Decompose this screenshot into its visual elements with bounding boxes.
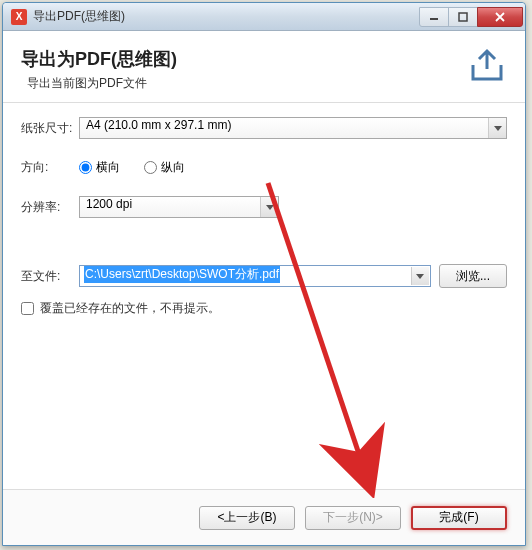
page-title: 导出为PDF(思维图)	[21, 47, 467, 71]
orientation-radio-group: 横向 纵向	[79, 159, 185, 176]
to-file-label: 至文件:	[21, 268, 71, 285]
export-icon	[467, 47, 507, 83]
to-file-value: C:\Users\zrt\Desktop\SWOT分析.pdf	[84, 266, 280, 283]
close-button[interactable]	[477, 7, 523, 27]
overwrite-checkbox[interactable]	[21, 302, 34, 315]
minimize-icon	[429, 12, 439, 22]
dpi-select[interactable]: 1200 dpi	[79, 196, 279, 218]
finish-button[interactable]: 完成(F)	[411, 506, 507, 530]
chevron-down-icon	[411, 267, 429, 285]
dialog-header: 导出为PDF(思维图) 导出当前图为PDF文件	[3, 31, 525, 103]
form-area: 纸张尺寸: A4 (210.0 mm x 297.1 mm) 方向: 横向 纵向…	[3, 103, 525, 331]
radio-horizontal-input[interactable]	[79, 161, 92, 174]
paper-size-row: 纸张尺寸: A4 (210.0 mm x 297.1 mm)	[21, 117, 507, 139]
orientation-label: 方向:	[21, 159, 79, 176]
dialog-window: X 导出PDF(思维图) 导出为PDF(思维图) 导出当前图为PDF文件 纸张尺…	[2, 2, 526, 546]
overwrite-label: 覆盖已经存在的文件，不再提示。	[40, 300, 220, 317]
back-button[interactable]: <上一步(B)	[199, 506, 295, 530]
svg-rect-1	[459, 13, 467, 21]
radio-horizontal-label: 横向	[96, 159, 120, 176]
dialog-footer: <上一步(B) 下一步(N)> 完成(F)	[3, 489, 525, 545]
browse-button[interactable]: 浏览...	[439, 264, 507, 288]
app-icon: X	[11, 9, 27, 25]
paper-size-select[interactable]: A4 (210.0 mm x 297.1 mm)	[79, 117, 507, 139]
title-bar[interactable]: X 导出PDF(思维图)	[3, 3, 525, 31]
dpi-value: 1200 dpi	[79, 196, 279, 218]
header-text-block: 导出为PDF(思维图) 导出当前图为PDF文件	[21, 47, 467, 92]
paper-size-value: A4 (210.0 mm x 297.1 mm)	[79, 117, 507, 139]
to-file-row: 至文件: C:\Users\zrt\Desktop\SWOT分析.pdf 浏览.…	[21, 264, 507, 288]
maximize-button[interactable]	[448, 7, 478, 27]
radio-vertical-input[interactable]	[144, 161, 157, 174]
dpi-label: 分辨率:	[21, 199, 79, 216]
close-icon	[495, 12, 505, 22]
to-file-combobox[interactable]: C:\Users\zrt\Desktop\SWOT分析.pdf	[79, 265, 431, 287]
paper-size-label: 纸张尺寸:	[21, 120, 79, 137]
orientation-horizontal[interactable]: 横向	[79, 159, 120, 176]
radio-vertical-label: 纵向	[161, 159, 185, 176]
window-title: 导出PDF(思维图)	[33, 8, 420, 25]
svg-rect-0	[430, 18, 438, 20]
page-subtitle: 导出当前图为PDF文件	[27, 75, 467, 92]
overwrite-checkbox-row[interactable]: 覆盖已经存在的文件，不再提示。	[21, 300, 507, 317]
orientation-vertical[interactable]: 纵向	[144, 159, 185, 176]
next-button: 下一步(N)>	[305, 506, 401, 530]
maximize-icon	[458, 12, 468, 22]
window-controls	[420, 7, 523, 27]
minimize-button[interactable]	[419, 7, 449, 27]
orientation-row: 方向: 横向 纵向	[21, 159, 507, 176]
dpi-row: 分辨率: 1200 dpi	[21, 196, 507, 218]
